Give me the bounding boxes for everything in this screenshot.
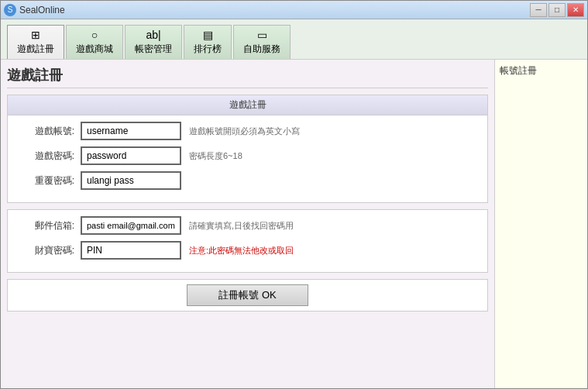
app-icon: S <box>4 4 16 16</box>
titlebar-left: S SealOnline <box>4 4 65 16</box>
tab-rank[interactable]: ▤ 排行榜 <box>184 25 232 59</box>
content-area: 遊戲註冊 遊戲註冊 遊戲帳號: 遊戲帳號開頭必須為英文小寫 遊戲密碼: 密 <box>1 60 587 388</box>
close-button[interactable]: ✕ <box>567 3 584 17</box>
game-section-header: 遊戲註冊 <box>8 95 487 115</box>
confirm-password-row: 重覆密碼: <box>20 171 475 190</box>
window-title: SealOnline <box>19 5 65 15</box>
email-label: 郵件信箱: <box>20 219 74 232</box>
restore-button[interactable]: □ <box>548 3 566 17</box>
email-section: 郵件信箱: 請確實填寫,日後找回密碼用 財寶密碼: 注意:此密碼無法他改或取回 <box>7 209 488 273</box>
sidebar-title: 帳號註冊 <box>500 64 583 77</box>
submit-section: 註冊帳號 OK <box>7 279 488 312</box>
account-label: 遊戲帳號: <box>20 125 74 138</box>
tab-account-label: 帳密管理 <box>135 43 172 56</box>
password-row: 遊戲密碼: 密碼長度6~18 <box>20 146 475 165</box>
page-title: 遊戲註冊 <box>7 66 488 88</box>
tab-account[interactable]: ab| 帳密管理 <box>125 25 182 59</box>
register-icon: ⊞ <box>31 29 40 41</box>
account-hint: 遊戲帳號開頭必須為英文小寫 <box>189 126 300 137</box>
minimize-button[interactable]: ─ <box>530 3 547 17</box>
pin-hint: 注意:此密碼無法他改或取回 <box>189 245 294 256</box>
shop-icon: ○ <box>91 29 98 41</box>
titlebar: S SealOnline ─ □ ✕ <box>1 1 587 19</box>
right-sidebar: 帳號註冊 <box>494 60 587 388</box>
submit-button[interactable]: 註冊帳號 OK <box>187 284 308 306</box>
main-panel: 遊戲註冊 遊戲註冊 遊戲帳號: 遊戲帳號開頭必須為英文小寫 遊戲密碼: 密 <box>1 60 494 388</box>
password-input[interactable] <box>81 146 181 165</box>
rank-icon: ▤ <box>203 29 213 41</box>
game-section-body: 遊戲帳號: 遊戲帳號開頭必須為英文小寫 遊戲密碼: 密碼長度6~18 重覆密碼: <box>8 115 487 202</box>
titlebar-buttons: ─ □ ✕ <box>530 3 584 17</box>
account-row: 遊戲帳號: 遊戲帳號開頭必須為英文小寫 <box>20 122 475 140</box>
pin-label: 財寶密碼: <box>20 244 74 257</box>
game-account-section: 遊戲註冊 遊戲帳號: 遊戲帳號開頭必須為英文小寫 遊戲密碼: 密碼長度6~18 <box>7 95 488 203</box>
pin-row: 財寶密碼: 注意:此密碼無法他改或取回 <box>20 241 475 260</box>
tab-service-label: 自助服務 <box>243 43 280 56</box>
service-icon: ▭ <box>257 29 267 41</box>
tab-register[interactable]: ⊞ 遊戲註冊 <box>7 25 64 59</box>
main-window: S SealOnline ─ □ ✕ ⊞ 遊戲註冊 ○ 遊戲商城 ab| 帳密管… <box>0 0 588 389</box>
tab-shop[interactable]: ○ 遊戲商城 <box>66 25 123 59</box>
password-label: 遊戲密碼: <box>20 150 74 163</box>
password-hint: 密碼長度6~18 <box>189 150 242 162</box>
navbar: ⊞ 遊戲註冊 ○ 遊戲商城 ab| 帳密管理 ▤ 排行榜 ▭ 自助服務 <box>1 19 587 60</box>
email-row: 郵件信箱: 請確實填寫,日後找回密碼用 <box>20 216 475 235</box>
account-icon: ab| <box>146 29 160 41</box>
email-hint: 請確實填寫,日後找回密碼用 <box>189 220 294 232</box>
tab-service[interactable]: ▭ 自助服務 <box>233 25 291 59</box>
account-input[interactable] <box>81 122 181 140</box>
tab-register-label: 遊戲註冊 <box>17 43 54 56</box>
email-input[interactable] <box>81 216 181 235</box>
pin-input[interactable] <box>81 241 181 260</box>
tab-shop-label: 遊戲商城 <box>76 43 113 56</box>
confirm-password-input[interactable] <box>81 171 181 190</box>
confirm-password-label: 重覆密碼: <box>20 174 74 188</box>
email-section-body: 郵件信箱: 請確實填寫,日後找回密碼用 財寶密碼: 注意:此密碼無法他改或取回 <box>8 210 487 272</box>
tab-rank-label: 排行榜 <box>194 43 222 56</box>
